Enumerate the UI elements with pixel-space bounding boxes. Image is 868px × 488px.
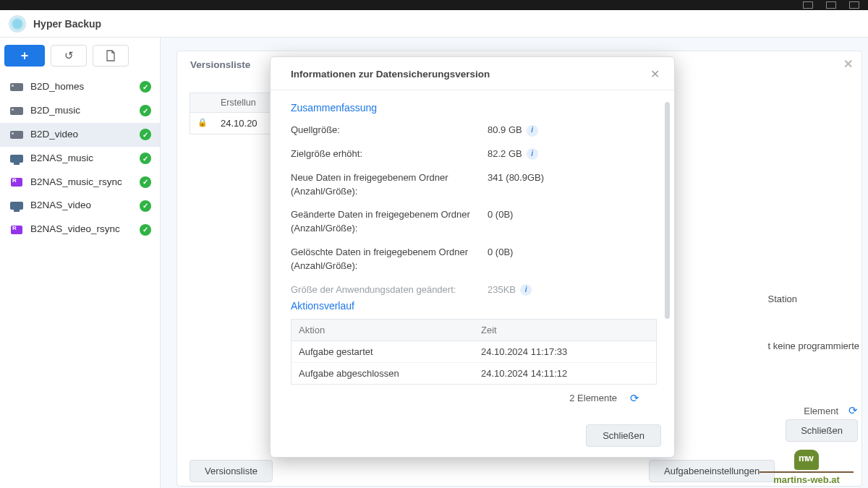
refresh-icon[interactable]: ⟳ [630,392,639,405]
column-header-created: Erstellun [221,98,256,108]
close-icon[interactable]: ✕ [650,67,660,81]
element-count: Element [804,406,838,416]
sidebar-item[interactable]: B2NAS_music_rsync [0,171,160,194]
kv-key: Quellgröße: [291,124,488,137]
nas-icon [10,83,23,91]
close-icon[interactable]: ✕ [843,57,853,71]
os-topbar [0,0,868,10]
right-info-text: Station t keine programmierte [768,291,859,355]
watermark: martins-web.at [760,450,854,485]
remote-nas-icon [10,155,23,163]
sidebar-item[interactable]: B2NAS_video_rsync [0,218,160,241]
sidebar-item[interactable]: B2D_music [0,99,160,123]
log-button[interactable] [93,45,129,67]
kv-key: Zielgröße erhöht: [291,147,488,161]
status-ok-icon [140,224,151,236]
row-date: 24.10.20 [221,118,258,129]
sidebar-item[interactable]: B2D_video [0,123,160,147]
status-ok-icon [140,81,151,93]
close-button[interactable]: Schließen [786,419,858,442]
table-row[interactable]: Aufgabe gestartet24.10.2024 11:17:33 [292,341,657,362]
rsync-icon [11,226,22,234]
tray-icon[interactable] [803,1,813,9]
sidebar-item-label: B2D_homes [30,81,140,93]
status-ok-icon [140,176,151,188]
app-logo-icon [9,15,26,33]
history-button[interactable]: ↺ [51,45,87,67]
kv-key: Neue Daten in freigegebenem Ordner (Anza… [291,171,488,199]
sidebar-item-label: B2NAS_video_rsync [30,223,140,236]
table-row[interactable]: Aufgabe abgeschlossen24.10.2024 14:11:12 [292,362,657,384]
document-icon [106,50,116,61]
info-icon[interactable]: i [520,284,532,296]
modal-title: Informationen zur Datensicherungsversion [291,69,490,80]
kv-value: 341 (80.9GB) [488,171,657,199]
sidebar: + ↺ B2D_homes B2D_music B2D_video B2NAS_… [0,38,161,488]
window-titlebar: Hyper Backup [0,10,868,38]
info-icon[interactable]: i [527,148,538,160]
nas-icon [10,131,23,139]
kv-key: Geänderte Daten in freigegebenem Ordner … [291,208,488,236]
kv-value: 0 (0B) [488,246,657,273]
rsync-icon [11,178,22,187]
section-heading-log: Aktionsverlauf [291,300,657,312]
kv-key: Größe der Anwendungsdaten geändert: [291,283,488,297]
modal-close-button[interactable]: Schließen [586,424,661,447]
remote-nas-icon [10,202,23,210]
kv-value: 80.9 GBi [488,124,657,137]
lock-icon: 🔒 [197,118,221,129]
status-ok-icon [140,153,151,164]
kv-value: 0 (0B) [488,208,657,236]
kv-value: 82.2 GBi [488,147,657,161]
panel-title: Versionsliste [190,59,250,70]
info-icon[interactable]: i [527,125,538,137]
nas-icon [10,107,23,115]
scrollbar[interactable] [665,102,670,319]
status-ok-icon [140,200,151,212]
add-task-button[interactable]: + [4,45,45,67]
section-heading-summary: Zusammenfassung [291,102,657,114]
refresh-icon[interactable]: ⟳ [848,404,858,417]
backup-version-info-modal: Informationen zur Datensicherungsversion… [270,56,675,458]
watermark-logo-icon [794,450,819,470]
versionlist-button[interactable]: Versionsliste [190,460,273,482]
sidebar-item-label: B2D_music [30,105,140,117]
sidebar-item-label: B2NAS_video [30,200,140,212]
column-header-action: Aktion [292,319,475,341]
sidebar-item[interactable]: B2D_homes [0,75,160,99]
column-header-time: Zeit [474,319,657,341]
tasksettings-button[interactable]: Aufgabeneinstellungen [649,460,775,482]
kv-value: 235KBi [488,283,657,297]
status-ok-icon [140,129,151,140]
status-ok-icon [140,105,151,116]
sidebar-item-label: B2NAS_music_rsync [30,176,140,189]
sidebar-item-label: B2D_video [30,129,140,141]
tray-icon[interactable] [849,1,859,9]
app-title: Hyper Backup [33,18,101,30]
kv-key: Gelöschte Daten in freigegebenem Ordner … [291,246,488,273]
sidebar-item-label: B2NAS_music [30,153,140,165]
action-log-table: Aktion Zeit Aufgabe gestartet24.10.2024 … [291,319,657,385]
row-count: 2 Elemente [569,393,617,403]
tray-icon[interactable] [826,1,836,9]
sidebar-item[interactable]: B2NAS_video [0,194,160,218]
sidebar-item[interactable]: B2NAS_music [0,147,160,171]
